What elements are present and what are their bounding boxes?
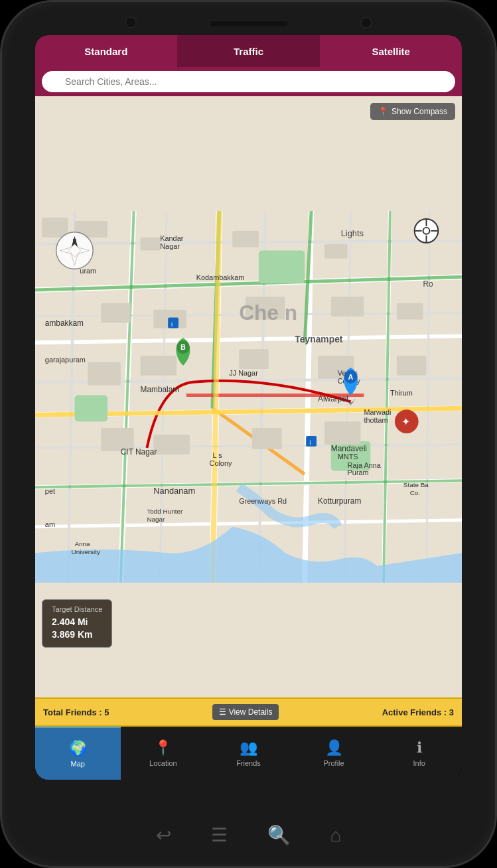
svg-text:garajapuram: garajapuram: [45, 356, 86, 364]
friends-nav-icon: 👥: [240, 739, 257, 757]
svg-rect-29: [259, 251, 305, 284]
hardware-nav-buttons: ↩ ☰ 🔍 ⌂: [156, 824, 342, 846]
info-nav-icon: ℹ: [417, 739, 422, 757]
map-nav-icon: 🌍: [69, 740, 87, 757]
show-compass-button[interactable]: 📍 Show Compass: [370, 103, 455, 120]
svg-rect-37: [101, 303, 131, 323]
svg-text:thottam: thottam: [364, 416, 388, 424]
svg-rect-103: [168, 318, 178, 328]
svg-text:Colony: Colony: [210, 459, 232, 467]
map-tabs: Standard Traffic Satellite: [35, 35, 462, 67]
distance-mi: 2.404 Mi: [52, 616, 102, 629]
distance-box: Target Distance 2.404 Mi 3.869 Km: [42, 599, 112, 648]
search-nav-button[interactable]: 🔍: [267, 824, 291, 846]
svg-rect-30: [74, 396, 107, 422]
svg-rect-49: [252, 428, 282, 449]
svg-text:Kodambakkam: Kodambakkam: [196, 273, 245, 281]
speaker-grille: [209, 21, 289, 27]
svg-text:N: N: [72, 238, 76, 244]
svg-rect-44: [239, 349, 269, 369]
svg-text:B: B: [180, 343, 186, 351]
svg-text:Marwadi: Marwadi: [364, 408, 391, 416]
svg-text:i: i: [309, 439, 311, 446]
svg-text:JJ Nagar: JJ Nagar: [229, 369, 258, 377]
svg-text:uram: uram: [80, 267, 96, 275]
svg-rect-42: [88, 362, 121, 386]
map-area[interactable]: Kandar Nagar uram Kodambakkam ambakkam g…: [35, 96, 462, 697]
svg-rect-48: [153, 435, 189, 455]
phone-screen: Standard Traffic Satellite 🔍: [35, 35, 462, 780]
nav-item-location[interactable]: 📍 Location: [121, 727, 206, 780]
svg-rect-32: [42, 218, 68, 238]
svg-text:Ro: Ro: [423, 279, 434, 289]
svg-text:Puram: Puram: [348, 469, 369, 476]
list-icon: ☰: [219, 707, 226, 717]
distance-km: 3.869 Km: [52, 628, 102, 642]
compass-icon: 📍: [378, 107, 388, 116]
nav-item-friends[interactable]: 👥 Friends: [206, 727, 291, 780]
svg-text:Che  n: Che n: [239, 301, 297, 325]
search-wrapper: 🔍: [42, 71, 455, 92]
svg-text:Greenways Rd: Greenways Rd: [239, 497, 287, 505]
svg-text:Teynampet: Teynampet: [295, 334, 343, 344]
front-camera-right: [360, 17, 372, 29]
active-friends-text: Active Friends : 3: [382, 707, 454, 717]
tab-traffic[interactable]: Traffic: [178, 35, 320, 67]
tab-satellite[interactable]: Satellite: [320, 35, 462, 67]
bottom-nav: 🌍 Map 📍 Location 👥 Friends 👤 Profile ℹ: [35, 727, 462, 780]
front-camera-left: [125, 17, 137, 29]
svg-rect-40: [331, 297, 364, 317]
svg-text:Raja Anna: Raja Anna: [348, 461, 382, 469]
svg-text:Nandanam: Nandanam: [153, 486, 195, 496]
phone-outer: Standard Traffic Satellite 🔍: [0, 0, 497, 868]
svg-text:MNTS: MNTS: [338, 453, 358, 461]
svg-text:University: University: [71, 548, 100, 555]
svg-rect-35: [232, 231, 259, 248]
svg-text:✦: ✦: [401, 416, 410, 427]
svg-text:State Ba: State Ba: [403, 481, 429, 488]
svg-text:A: A: [348, 373, 354, 381]
svg-rect-105: [306, 436, 317, 447]
svg-text:Mambalam: Mambalam: [141, 385, 180, 394]
nav-item-info[interactable]: ℹ Info: [376, 727, 462, 780]
search-bar-container: 🔍: [35, 67, 462, 96]
home-button[interactable]: ⌂: [330, 825, 342, 846]
svg-text:ambakkam: ambakkam: [45, 319, 84, 328]
svg-rect-34: [141, 238, 161, 251]
svg-text:Mandaveli: Mandaveli: [331, 444, 367, 453]
svg-text:am: am: [45, 520, 55, 528]
svg-text:Kandar: Kandar: [160, 234, 183, 242]
search-input[interactable]: [42, 71, 455, 92]
svg-text:L  s: L s: [213, 451, 223, 459]
svg-text:Thirum: Thirum: [390, 389, 413, 397]
location-nav-icon: 📍: [154, 739, 172, 757]
total-friends-text: Total Friends : 5: [43, 707, 109, 717]
svg-text:CIT Nagar: CIT Nagar: [121, 447, 157, 457]
svg-text:Todd Hunter: Todd Hunter: [147, 508, 183, 515]
menu-button[interactable]: ☰: [211, 824, 228, 846]
friends-bar: Total Friends : 5 ☰ View Details Active …: [35, 697, 462, 727]
view-details-button[interactable]: ☰ View Details: [212, 704, 279, 720]
svg-text:Lights: Lights: [341, 228, 364, 238]
svg-text:pet: pet: [45, 487, 55, 495]
svg-text:Anna: Anna: [74, 540, 90, 547]
back-button[interactable]: ↩: [156, 824, 171, 846]
svg-rect-41: [397, 303, 423, 320]
svg-text:Co.: Co.: [410, 489, 420, 496]
svg-rect-36: [324, 244, 348, 259]
distance-title: Target Distance: [52, 605, 102, 613]
svg-text:Nagar: Nagar: [147, 516, 165, 523]
svg-text:Kotturpuram: Kotturpuram: [318, 496, 361, 506]
nav-item-map[interactable]: 🌍 Map: [35, 727, 121, 780]
nav-item-profile[interactable]: 👤 Profile: [291, 727, 377, 780]
svg-rect-46: [397, 356, 427, 376]
svg-text:Nagar: Nagar: [160, 242, 180, 250]
svg-rect-50: [324, 421, 360, 445]
profile-nav-icon: 👤: [325, 739, 343, 757]
svg-text:Alwarpet: Alwarpet: [318, 394, 349, 403]
svg-rect-43: [141, 356, 177, 376]
screen-content: Standard Traffic Satellite 🔍: [35, 35, 462, 780]
tab-standard[interactable]: Standard: [35, 35, 178, 67]
svg-text:i: i: [171, 320, 173, 327]
